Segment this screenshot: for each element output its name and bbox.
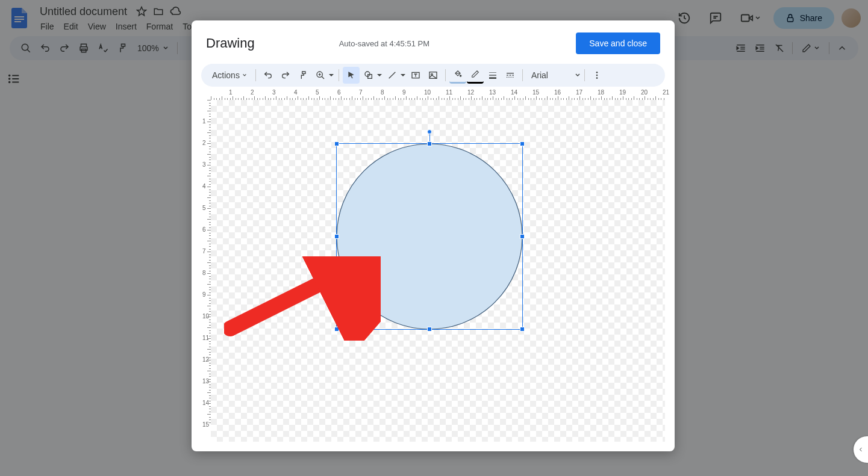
svg-line-33 — [230, 271, 345, 329]
zoom-dropdown[interactable] — [312, 67, 329, 84]
select-tool-icon[interactable] — [343, 67, 360, 84]
more-options-icon[interactable] — [589, 67, 605, 84]
svg-rect-23 — [510, 75, 511, 75]
fill-color-icon[interactable] — [449, 67, 466, 84]
svg-rect-20 — [489, 77, 496, 79]
resize-handle-br[interactable] — [520, 327, 525, 332]
svg-point-17 — [460, 75, 461, 76]
resize-handle-bm[interactable] — [427, 327, 432, 332]
border-color-icon[interactable] — [467, 67, 484, 84]
undo-icon[interactable] — [260, 67, 276, 84]
dialog-title: Drawing — [206, 36, 255, 51]
autosave-status: Auto-saved at 4:45:51 PM — [339, 39, 429, 48]
svg-rect-25 — [507, 77, 507, 78]
svg-rect-18 — [489, 72, 496, 73]
svg-point-31 — [596, 77, 598, 79]
resize-handle-tl[interactable] — [334, 141, 339, 146]
text-box-icon[interactable] — [407, 67, 424, 84]
svg-rect-22 — [507, 75, 508, 75]
line-tool-icon[interactable] — [384, 67, 401, 84]
drawing-dialog: Drawing Auto-saved at 4:45:51 PM Save an… — [192, 20, 675, 451]
svg-rect-27 — [511, 77, 511, 78]
paint-format-icon[interactable] — [295, 67, 311, 84]
resize-handle-ml[interactable] — [334, 234, 339, 239]
svg-point-29 — [596, 72, 598, 73]
save-and-close-button[interactable]: Save and close — [576, 32, 660, 54]
svg-rect-21 — [507, 73, 514, 73]
image-icon[interactable] — [425, 67, 442, 84]
horizontal-ruler: 123456789101112131415161718192021 — [201, 89, 665, 100]
dialog-header: Drawing Auto-saved at 4:45:51 PM Save an… — [192, 20, 675, 61]
shape-tool-icon[interactable] — [360, 67, 377, 84]
resize-handle-tr[interactable] — [520, 141, 525, 146]
redo-icon[interactable] — [277, 67, 294, 84]
resize-handle-tm[interactable] — [427, 141, 432, 146]
svg-rect-26 — [508, 77, 509, 78]
svg-point-30 — [596, 75, 598, 76]
border-weight-icon[interactable] — [484, 67, 501, 84]
actions-dropdown[interactable]: Actions — [207, 70, 252, 80]
drawing-canvas[interactable] — [211, 100, 665, 442]
selection-box[interactable] — [336, 143, 523, 330]
resize-handle-bl[interactable] — [334, 327, 339, 332]
svg-rect-28 — [513, 77, 513, 78]
drawing-toolbar: Actions Arial — [201, 64, 665, 87]
resize-handle-mr[interactable] — [520, 234, 525, 239]
svg-rect-19 — [489, 75, 496, 75]
vertical-ruler: 123456789101112131415 — [201, 100, 211, 442]
border-dash-icon[interactable] — [502, 67, 519, 84]
rotate-handle[interactable] — [427, 129, 432, 134]
font-dropdown[interactable]: Arial — [526, 70, 581, 80]
svg-rect-24 — [512, 75, 514, 75]
